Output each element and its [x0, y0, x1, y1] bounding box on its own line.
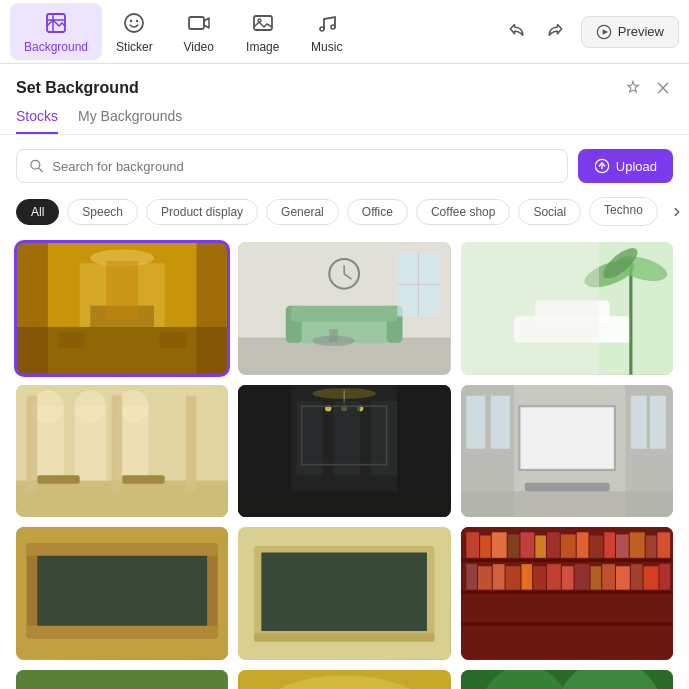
svg-rect-27 [16, 242, 48, 375]
upload-button[interactable]: Upload [578, 149, 673, 183]
svg-rect-92 [27, 626, 218, 639]
svg-rect-78 [519, 406, 615, 470]
categories: All Speech Product display General Offic… [0, 197, 689, 238]
grid-item-9[interactable] [461, 527, 673, 660]
chip-office[interactable]: Office [347, 199, 408, 225]
svg-rect-34 [291, 306, 397, 322]
svg-rect-84 [631, 395, 647, 448]
svg-rect-114 [629, 533, 644, 558]
grid-item-8[interactable] [238, 527, 450, 660]
svg-point-4 [130, 20, 132, 22]
svg-rect-121 [521, 565, 532, 590]
svg-point-56 [74, 390, 106, 422]
search-box [16, 149, 568, 183]
video-label: Video [183, 40, 213, 54]
toolbar-item-image[interactable]: Image [231, 3, 295, 60]
grid-item-1[interactable] [16, 242, 228, 375]
svg-rect-124 [562, 567, 574, 590]
svg-rect-81 [466, 395, 485, 448]
video-icon [185, 9, 213, 37]
image-label: Image [246, 40, 279, 54]
chip-coffee-shop[interactable]: Coffee shop [416, 199, 511, 225]
preview-button[interactable]: Preview [581, 16, 679, 48]
svg-rect-52 [16, 480, 228, 517]
svg-rect-60 [122, 475, 164, 483]
search-icon [29, 158, 44, 174]
chip-social-label: Social [533, 205, 566, 219]
search-input[interactable] [52, 159, 555, 174]
toolbar-item-sticker[interactable]: Sticker [102, 3, 167, 60]
chip-product-display-label: Product display [161, 205, 243, 219]
pin-button[interactable] [623, 78, 643, 98]
svg-rect-61 [27, 395, 38, 491]
svg-rect-105 [507, 535, 519, 558]
chip-speech[interactable]: Speech [67, 199, 138, 225]
tab-stocks[interactable]: Stocks [16, 108, 58, 134]
categories-more-button[interactable] [666, 201, 688, 223]
toolbar-item-background[interactable]: Background [10, 3, 102, 60]
svg-rect-131 [659, 565, 670, 590]
grid-item-10[interactable] [16, 670, 228, 689]
panel-header-icons [623, 78, 673, 98]
grid-item-12[interactable] [461, 670, 673, 689]
tab-my-backgrounds[interactable]: My Backgrounds [78, 108, 182, 134]
preview-label: Preview [618, 24, 664, 39]
close-button[interactable] [653, 78, 673, 98]
svg-rect-130 [643, 567, 658, 590]
grid-item-7[interactable] [16, 527, 228, 660]
toolbar-items: Background Sticker Video [10, 3, 501, 60]
svg-rect-113 [616, 535, 629, 558]
grid-item-6[interactable] [461, 385, 673, 518]
grid-item-4[interactable] [16, 385, 228, 518]
svg-rect-87 [524, 482, 609, 490]
sticker-label: Sticker [116, 40, 153, 54]
redo-button[interactable] [539, 16, 571, 48]
grid-item-5[interactable] [238, 385, 450, 518]
toolbar-item-video[interactable]: Video [167, 3, 231, 60]
svg-line-16 [39, 169, 42, 172]
panel-title: Set Background [16, 79, 139, 97]
chip-all[interactable]: All [16, 199, 59, 225]
svg-rect-115 [645, 536, 656, 558]
svg-rect-116 [657, 533, 670, 558]
svg-rect-110 [576, 533, 588, 558]
image-icon [249, 9, 277, 37]
svg-rect-120 [505, 567, 520, 590]
chip-speech-label: Speech [82, 205, 123, 219]
undo-button[interactable] [501, 16, 533, 48]
grid-item-3[interactable] [461, 242, 673, 375]
toolbar: Background Sticker Video [0, 0, 689, 64]
chip-social[interactable]: Social [518, 199, 581, 225]
svg-rect-117 [466, 565, 477, 590]
svg-point-10 [331, 25, 335, 29]
search-area: Upload [0, 135, 689, 197]
svg-rect-112 [604, 533, 615, 558]
svg-rect-107 [535, 536, 546, 558]
upload-label: Upload [616, 159, 657, 174]
chip-general[interactable]: General [266, 199, 339, 225]
chip-product-display[interactable]: Product display [146, 199, 258, 225]
svg-rect-86 [461, 491, 673, 518]
chip-techno[interactable]: Techno [589, 197, 658, 226]
chip-coffee-shop-label: Coffee shop [431, 205, 496, 219]
chip-general-label: General [281, 205, 324, 219]
svg-rect-24 [106, 261, 138, 319]
upload-icon [594, 158, 610, 174]
svg-rect-96 [254, 634, 434, 642]
image-grid-area[interactable] [0, 238, 689, 689]
svg-rect-111 [589, 536, 603, 558]
sticker-icon [120, 9, 148, 37]
panel-header: Set Background [0, 64, 689, 98]
svg-rect-123 [547, 565, 561, 590]
background-label: Background [24, 40, 88, 54]
svg-rect-129 [631, 565, 643, 590]
toolbar-item-music[interactable]: Music [295, 3, 359, 60]
grid-item-11[interactable] [238, 670, 450, 689]
grid-item-2[interactable] [238, 242, 450, 375]
svg-rect-102 [466, 533, 479, 558]
svg-rect-82 [490, 395, 509, 448]
svg-rect-118 [478, 567, 492, 590]
svg-rect-26 [159, 332, 186, 348]
svg-point-9 [320, 27, 324, 31]
svg-rect-59 [37, 475, 79, 483]
